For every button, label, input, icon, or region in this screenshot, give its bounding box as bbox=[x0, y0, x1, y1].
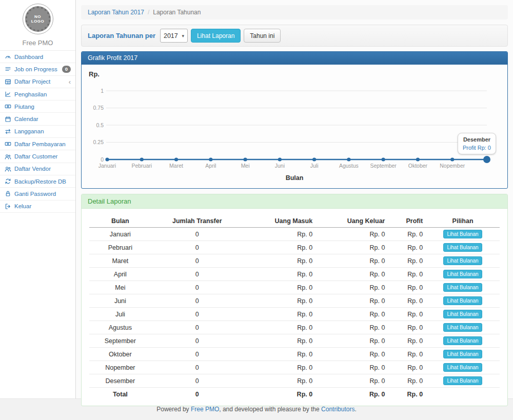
table-row: April0Rp. 0Rp. 0Rp. 0Lihat Bulanan bbox=[89, 268, 500, 281]
table-row: Oktober0Rp. 0Rp. 0Rp. 0Lihat Bulanan bbox=[89, 348, 500, 361]
cell-uang_masuk: Rp. 0 bbox=[243, 294, 315, 308]
lihat-bulanan-button[interactable]: Lihat Bulanan bbox=[443, 270, 482, 278]
cell-pilihan: Lihat Bulanan bbox=[426, 361, 500, 374]
data-point[interactable] bbox=[450, 157, 454, 161]
x-tick-label: Agustus bbox=[339, 163, 359, 169]
tahun-ini-button[interactable]: Tahun ini bbox=[244, 29, 281, 43]
report-table: BulanJumlah TransferUang MasukUang Kelua… bbox=[89, 215, 500, 400]
data-point[interactable] bbox=[209, 157, 212, 161]
sidebar-item-daftar-project[interactable]: Daftar Project‹ bbox=[0, 76, 75, 88]
lihat-bulanan-button[interactable]: Lihat Bulanan bbox=[443, 230, 482, 238]
cell-jumlah_transfer: 0 bbox=[151, 321, 243, 334]
cell-bulan: Desember bbox=[89, 374, 151, 388]
data-point[interactable] bbox=[243, 157, 247, 161]
cell-uang_keluar: Rp. 0 bbox=[315, 308, 388, 321]
sidebar-item-label: Penghasilan bbox=[14, 91, 47, 97]
sidebar-item-daftar-vendor[interactable]: Daftar Vendor bbox=[0, 163, 75, 175]
sidebar-item-daftar-pembayaran[interactable]: Daftar Pembayaran bbox=[0, 138, 75, 150]
detail-panel-body: BulanJumlah TransferUang MasukUang Kelua… bbox=[82, 209, 507, 406]
cell-uang_keluar: Rp. 0 bbox=[315, 334, 388, 348]
x-tick-label: April bbox=[205, 163, 216, 169]
sidebar-item-backup-restore-db[interactable]: Backup/Restore DB bbox=[0, 175, 75, 188]
table-row: Pebruari0Rp. 0Rp. 0Rp. 0Lihat Bulanan bbox=[89, 241, 500, 254]
column-header-pilihan: Pilihan bbox=[426, 215, 500, 228]
lihat-bulanan-button[interactable]: Lihat Bulanan bbox=[443, 323, 482, 332]
cell-bulan: Mei bbox=[89, 281, 151, 294]
lihat-bulanan-button[interactable]: Lihat Bulanan bbox=[443, 296, 482, 305]
sidebar-item-ganti-password[interactable]: Ganti Password bbox=[0, 188, 75, 200]
lihat-bulanan-button[interactable]: Lihat Bulanan bbox=[443, 310, 482, 318]
x-tick-label: September bbox=[370, 163, 397, 169]
data-point-highlighted[interactable] bbox=[483, 156, 490, 163]
year-select[interactable]: 2017 ▾ bbox=[160, 29, 188, 43]
cell-jumlah_transfer: 0 bbox=[151, 294, 243, 308]
table-row: Maret0Rp. 0Rp. 0Rp. 0Lihat Bulanan bbox=[89, 254, 500, 268]
no-logo-seal: NO LOGO bbox=[23, 4, 53, 34]
lihat-bulanan-button[interactable]: Lihat Bulanan bbox=[443, 376, 482, 385]
chart-line-icon bbox=[5, 91, 11, 97]
sidebar-item-label: Daftar Customer bbox=[14, 153, 57, 159]
lihat-bulanan-button[interactable]: Lihat Bulanan bbox=[443, 283, 482, 292]
lihat-bulanan-button[interactable]: Lihat Bulanan bbox=[443, 256, 482, 265]
cell-uang_keluar: Rp. 0 bbox=[315, 374, 388, 388]
x-tick-label: Juli bbox=[310, 163, 319, 169]
data-point[interactable] bbox=[416, 157, 420, 161]
sidebar-item-dashboard[interactable]: Dashboard bbox=[0, 51, 75, 63]
data-point[interactable] bbox=[278, 157, 282, 161]
calendar-icon bbox=[5, 116, 11, 123]
cell-pilihan: Lihat Bulanan bbox=[426, 308, 500, 321]
breadcrumb-link-laporan-tahun[interactable]: Laporan Tahun 2017 bbox=[88, 9, 144, 16]
data-point[interactable] bbox=[347, 157, 350, 161]
footer-link-free-pmo[interactable]: Free PMO bbox=[191, 406, 219, 413]
cell-uang_keluar: Rp. 0 bbox=[315, 228, 388, 241]
footer-link-contributors[interactable]: Contributors bbox=[321, 406, 354, 413]
y-tick-label: 0.5 bbox=[96, 122, 104, 128]
cell-pilihan: Lihat Bulanan bbox=[426, 374, 500, 388]
x-tick-label: Mei bbox=[241, 163, 250, 169]
sidebar-item-label: Dashboard bbox=[14, 54, 43, 60]
cell-profit: Rp. 0 bbox=[388, 334, 426, 348]
caret-down-icon: ▾ bbox=[182, 33, 184, 38]
x-tick-label: Juni bbox=[275, 163, 285, 169]
data-point[interactable] bbox=[174, 157, 178, 161]
sidebar-item-job-on-progress[interactable]: Job on Progress0 bbox=[0, 63, 75, 75]
data-point[interactable] bbox=[140, 157, 144, 161]
count-badge: 0 bbox=[62, 66, 71, 73]
lihat-bulanan-button[interactable]: Lihat Bulanan bbox=[443, 243, 482, 252]
sidebar-item-label: Daftar Project bbox=[14, 78, 50, 85]
table-row: Nopember0Rp. 0Rp. 0Rp. 0Lihat Bulanan bbox=[89, 361, 500, 374]
lihat-bulanan-button[interactable]: Lihat Bulanan bbox=[443, 350, 482, 358]
cell-profit: Rp. 0 bbox=[388, 321, 426, 334]
cell-uang_masuk: Rp. 0 bbox=[243, 348, 315, 361]
lihat-bulanan-button[interactable]: Lihat Bulanan bbox=[443, 363, 482, 372]
cell-pilihan: Lihat Bulanan bbox=[426, 241, 500, 254]
sidebar: NO LOGO Free PMO DashboardJob on Progres… bbox=[0, 0, 76, 398]
column-header-uang_keluar: Uang Keluar bbox=[315, 215, 388, 228]
sidebar-item-daftar-customer[interactable]: Daftar Customer bbox=[0, 150, 75, 163]
sidebar-item-piutang[interactable]: Piutang bbox=[0, 101, 75, 113]
cell-profit: Rp. 0 bbox=[388, 308, 426, 321]
sidebar-item-penghasilan[interactable]: Penghasilan bbox=[0, 88, 75, 101]
cell-uang_masuk: Rp. 0 bbox=[243, 281, 315, 294]
main-content: Laporan Tahun 2017/Laporan Tahunan Lapor… bbox=[76, 0, 513, 398]
data-point[interactable] bbox=[105, 157, 109, 161]
x-axis-title: Bulan bbox=[82, 174, 507, 182]
money-icon bbox=[5, 141, 11, 147]
chevron-left-icon: ‹ bbox=[69, 78, 71, 85]
profit-line-chart: 00.250.50.751JanuariPebruariMaretAprilMe… bbox=[82, 65, 508, 188]
sidebar-item-langganan[interactable]: Langganan bbox=[0, 126, 75, 138]
cell-pilihan: Lihat Bulanan bbox=[426, 281, 500, 294]
sidebar-item-keluar[interactable]: Keluar bbox=[0, 201, 75, 213]
cell-uang_keluar: Rp. 0 bbox=[315, 388, 388, 401]
cell-pilihan: Lihat Bulanan bbox=[426, 334, 500, 348]
data-point[interactable] bbox=[382, 157, 385, 161]
tooltip-value: Profit Rp: 0 bbox=[463, 145, 491, 151]
lihat-bulanan-button[interactable]: Lihat Bulanan bbox=[443, 336, 482, 345]
sidebar-item-calendar[interactable]: Calendar bbox=[0, 113, 75, 125]
y-tick-label: 0.25 bbox=[93, 139, 104, 145]
column-header-profit: Profit bbox=[388, 215, 426, 228]
users-icon bbox=[5, 153, 11, 160]
data-point[interactable] bbox=[312, 157, 316, 161]
lihat-laporan-button[interactable]: Lihat Laporan bbox=[191, 29, 241, 43]
sidebar-menu: DashboardJob on Progress0Daftar Project‹… bbox=[0, 50, 75, 213]
